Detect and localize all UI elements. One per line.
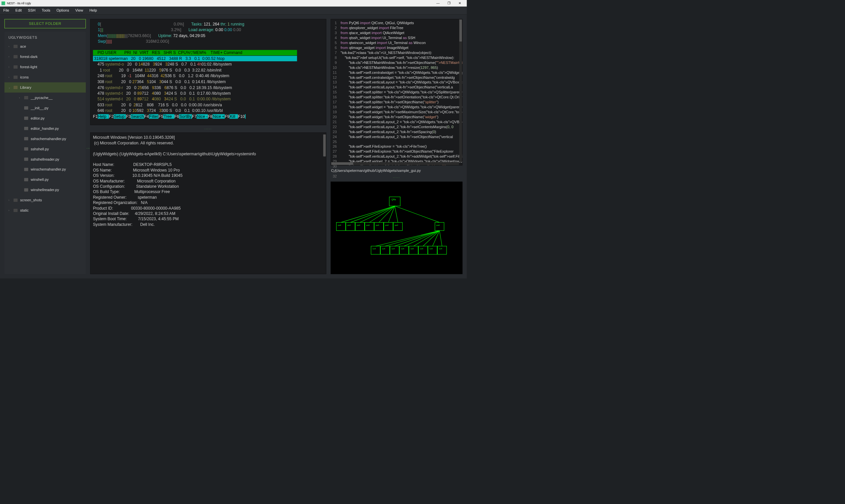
tree-item-screen-shots[interactable]: ›screen_shots [4, 195, 86, 205]
chevron-icon: › [8, 45, 11, 48]
right-pane: 1234567891011121314151617181920212223242… [330, 19, 463, 274]
svg-rect-14 [374, 222, 383, 231]
svg-text:pa4: pa4 [376, 224, 379, 226]
folder-icon [14, 209, 18, 212]
chevron-icon: › [8, 55, 11, 58]
code-editor[interactable]: 1234567891011121314151617181920212223242… [330, 19, 463, 165]
svg-text:pa4: pa4 [357, 224, 360, 226]
window-title-bar: NEST - Its All Ugly — ❐ ✕ [0, 0, 467, 7]
svg-line-13 [369, 206, 395, 222]
folder-icon [14, 65, 18, 69]
svg-text:vo4: vo4 [429, 248, 433, 250]
svg-text:vo4: vo4 [392, 248, 395, 250]
menu-ssh[interactable]: SSH [28, 8, 35, 13]
tree-item---init---py[interactable]: __init__.py [4, 103, 86, 113]
menu-bar: FileEditSSHToolsOptionsViewHelp [0, 7, 467, 15]
tree-item-ace[interactable]: ›ace [4, 41, 86, 52]
svg-rect-11 [365, 222, 374, 231]
svg-rect-38 [409, 246, 418, 254]
svg-rect-44 [428, 246, 437, 254]
tree-item-winshell-py[interactable]: winshell.py [4, 175, 86, 185]
svg-rect-32 [390, 246, 399, 254]
tree-item-label: editor_handler.py [31, 126, 59, 131]
tree-item-static[interactable]: ›static [4, 205, 86, 216]
close-button[interactable]: ✕ [454, 0, 465, 7]
folder-icon [14, 198, 18, 202]
folder-icon [14, 75, 18, 79]
svg-line-46 [433, 231, 439, 246]
file-icon [24, 137, 28, 140]
svg-text:pa4: pa4 [385, 224, 389, 226]
tree-item-winschemahandler-py[interactable]: winschemahandler.py [4, 164, 86, 175]
center-pane: ⋮ 0[ 0.0%] Tasks: 121, 264 thr; 1 runnin… [90, 19, 326, 274]
menu-view[interactable]: View [75, 8, 83, 13]
svg-text:vo4: vo4 [382, 248, 385, 250]
ssh-terminal[interactable]: 0[ 0.0%] Tasks: 121, 264 thr; 1 running … [90, 19, 326, 125]
windows-terminal[interactable]: Microsoft Windows [Version 10.0.19045.32… [90, 132, 326, 274]
file-icon [24, 168, 28, 171]
code-scrollbar-horizontal[interactable] [331, 162, 459, 165]
menu-help[interactable]: Help [89, 8, 97, 13]
minimize-button[interactable]: — [433, 0, 444, 7]
image-widget[interactable]: QRepa4pa4pa4pa4pa4pa4pa4pa4vo4vo4vo4vo4v… [330, 182, 463, 274]
menu-options[interactable]: Options [56, 8, 69, 13]
code-scrollbar-vertical[interactable] [459, 20, 462, 162]
svg-text:pa4: pa4 [347, 224, 351, 226]
tree-item---pycache--[interactable]: ›__pycache__ [4, 93, 86, 103]
svg-rect-26 [371, 246, 380, 254]
tree-item-forest-dark[interactable]: ›forest-dark [4, 52, 86, 62]
svg-rect-0 [389, 197, 400, 206]
tree-item-library[interactable]: ⌄Library [4, 83, 86, 93]
select-folder-button[interactable]: SELECT FOLDER [4, 19, 86, 28]
folder-icon [14, 86, 18, 89]
svg-text:pa4: pa4 [395, 224, 398, 226]
svg-rect-23 [435, 222, 444, 231]
maximize-button[interactable]: ❐ [444, 0, 454, 7]
menu-tools[interactable]: Tools [42, 8, 50, 13]
svg-text:vo4: vo4 [439, 248, 442, 250]
tree-item-editor-py[interactable]: editor.py [4, 113, 86, 123]
svg-text:vo4: vo4 [401, 248, 404, 250]
tree-item-forest-light[interactable]: ›forest-light [4, 62, 86, 72]
tree-root-label: UGLYWIDGETS [4, 33, 86, 41]
tree-item-winshellreader-py[interactable]: winshellreader.py [4, 185, 86, 195]
chevron-icon: ⌄ [8, 86, 11, 89]
tree-item-label: static [20, 208, 29, 213]
file-icon [24, 158, 28, 161]
splitter-handle-left[interactable]: ⋮ [86, 147, 90, 150]
tree-item-label: winshellreader.py [31, 188, 59, 192]
menu-edit[interactable]: Edit [16, 8, 22, 13]
tree-item-label: winschemahandler.py [31, 167, 66, 172]
window-title: NEST - Its All Ugly [7, 2, 433, 5]
file-tree[interactable]: UGLYWIDGETS ›ace›forest-dark›forest-ligh… [4, 32, 86, 274]
chevron-icon: › [8, 199, 11, 202]
menu-file[interactable]: File [3, 8, 9, 13]
editor-file-path: C:/Users/speterman/github/UglyWidgets/sa… [330, 168, 463, 174]
tree-item-label: forest-dark [20, 55, 38, 59]
folder-icon [14, 45, 18, 48]
svg-rect-8 [356, 222, 365, 231]
svg-text:pa4: pa4 [366, 224, 370, 226]
tree-item-editor-handler-py[interactable]: editor_handler.py [4, 123, 86, 133]
tree-item-label: icons [20, 75, 29, 79]
svg-line-49 [439, 231, 442, 246]
tree-item-sshshell-py[interactable]: sshshell.py [4, 144, 86, 154]
chevron-icon: › [8, 66, 11, 69]
sidebar: SELECT FOLDER UGLYWIDGETS ›ace›forest-da… [4, 19, 86, 274]
chevron-icon: › [19, 96, 21, 100]
tree-item-sshschemahandler-py[interactable]: sshschemahandler.py [4, 133, 86, 144]
code-body[interactable]: from PyQt6 import QtCore, QtGui, QtWidge… [340, 19, 463, 165]
svg-line-10 [360, 206, 395, 222]
svg-line-25 [395, 206, 439, 222]
tree-item-sshshellreader-py[interactable]: sshshellreader.py [4, 154, 86, 164]
tree-item-icons[interactable]: ›icons [4, 72, 86, 83]
tree-item-label: forest-light [20, 65, 37, 69]
svg-text:QRe: QRe [392, 198, 396, 201]
tree-item-label: Library [20, 86, 32, 90]
splitter-handle-right[interactable]: ····· [330, 176, 463, 179]
svg-line-22 [395, 206, 398, 222]
terminal-scrollbar[interactable] [323, 134, 326, 272]
tree-item-label: editor.py [31, 116, 45, 121]
folder-icon [24, 96, 28, 100]
splitter-handle-center[interactable]: ····· [90, 127, 326, 130]
